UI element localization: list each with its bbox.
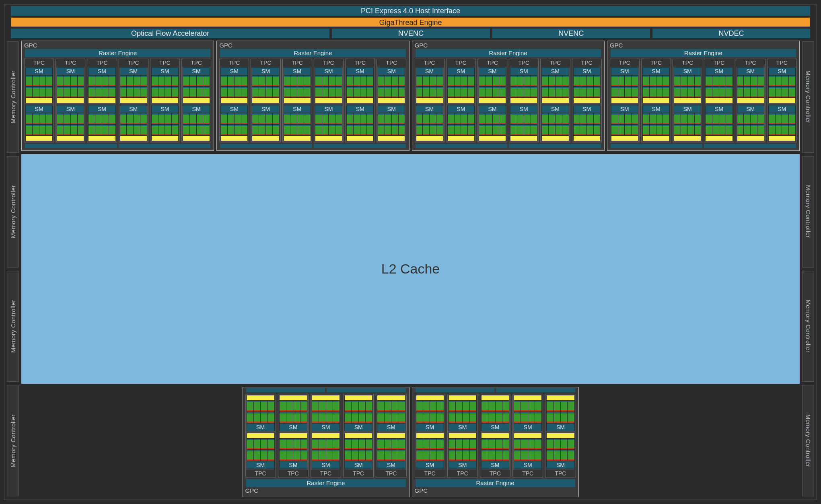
sm-block: SM xyxy=(481,395,510,432)
sm-label: SM xyxy=(611,105,638,113)
cuda-core-column xyxy=(695,87,701,97)
cuda-core-column xyxy=(510,76,517,86)
sm-core-row xyxy=(481,450,509,461)
tpc-label: TPC xyxy=(220,60,248,66)
gpc-label: GPC xyxy=(218,42,407,49)
sm-core-row xyxy=(542,76,568,86)
cuda-core-column xyxy=(284,87,290,97)
cuda-core-column xyxy=(391,450,398,461)
sm-cache-bar xyxy=(416,98,443,103)
cuda-core-column xyxy=(751,76,757,86)
cuda-core-column xyxy=(95,125,102,135)
cuda-core-column xyxy=(744,87,750,97)
cuda-core-column xyxy=(430,125,436,135)
cuda-core-column xyxy=(463,439,469,449)
cuda-core-column xyxy=(254,450,260,461)
cuda-core-column xyxy=(203,125,210,135)
cuda-core-column xyxy=(109,125,115,135)
sm-core-row xyxy=(280,439,307,449)
cuda-core-column xyxy=(71,76,77,86)
cuda-core-column xyxy=(385,439,391,449)
sm-core-row xyxy=(247,439,274,449)
cuda-core-column xyxy=(134,76,140,86)
sm-core-row xyxy=(315,87,342,97)
l2-cache: L2 Cache xyxy=(21,154,800,384)
sm-cache-bar xyxy=(674,136,701,141)
cuda-core-column xyxy=(757,125,764,135)
sm-cache-bar xyxy=(26,136,52,141)
sm-cache-bar xyxy=(252,98,279,103)
cuda-core-column xyxy=(88,87,95,97)
sm-block: SM xyxy=(315,67,343,104)
sm-label: SM xyxy=(674,105,701,113)
cuda-core-column xyxy=(247,401,253,411)
sm-core-row xyxy=(312,450,340,461)
cuda-core-column xyxy=(574,113,580,124)
cuda-core-column xyxy=(33,125,39,135)
cuda-core-column xyxy=(782,87,788,97)
sm-block: SM xyxy=(513,395,542,432)
cuda-core-column xyxy=(241,113,248,124)
sm-core-row xyxy=(737,113,764,124)
sm-block: SM xyxy=(283,67,311,104)
memory-controller-column-right: Memory ControllerMemory ControllerMemory… xyxy=(802,41,814,497)
cuda-core-column xyxy=(221,113,227,124)
cuda-core-column xyxy=(776,87,782,97)
cuda-core-column xyxy=(562,113,569,124)
cuda-core-column xyxy=(134,113,140,124)
sm-cache-bar xyxy=(221,136,247,141)
cuda-core-column xyxy=(531,87,537,97)
sm-block: SM xyxy=(311,432,340,469)
cuda-core-column xyxy=(345,439,351,449)
sm-label: SM xyxy=(347,105,373,113)
cuda-core-column xyxy=(580,125,586,135)
cuda-core-column xyxy=(347,76,353,86)
cuda-core-column xyxy=(502,401,509,411)
cuda-core-column xyxy=(479,125,486,135)
sm-core-row xyxy=(347,87,373,97)
sm-core-row xyxy=(737,76,764,86)
cuda-core-column xyxy=(611,76,618,86)
sm-core-row xyxy=(542,113,568,124)
sm-core-row xyxy=(280,450,307,461)
cuda-core-column xyxy=(542,125,548,135)
cuda-core-column xyxy=(776,76,782,86)
cuda-core-column xyxy=(688,125,694,135)
tpc-block: TPCSMSM xyxy=(282,59,312,142)
sm-cache-bar xyxy=(57,98,84,103)
sm-block: SM xyxy=(416,67,444,104)
cuda-core-column xyxy=(280,439,286,449)
cuda-core-column xyxy=(254,401,260,411)
sm-core-row xyxy=(574,87,600,97)
cuda-core-column xyxy=(392,125,398,135)
cuda-core-column xyxy=(514,439,521,449)
sm-block: SM xyxy=(88,67,116,104)
rop-unit xyxy=(220,144,312,148)
sm-core-row xyxy=(514,439,541,449)
cuda-core-column xyxy=(531,76,537,86)
sm-cache-bar xyxy=(448,136,474,141)
tpc-block: TPCSMSM xyxy=(572,59,602,142)
sm-block: SM xyxy=(151,67,179,104)
sm-core-row xyxy=(643,113,669,124)
cuda-core-column xyxy=(158,113,165,124)
sm-core-row xyxy=(510,113,537,124)
tpc-block: TPCSMSM xyxy=(736,59,765,142)
tpc-block: TPCSMSM xyxy=(673,59,702,142)
sm-cache-bar xyxy=(152,98,178,103)
cuda-core-column xyxy=(273,113,279,124)
cuda-core-column xyxy=(26,87,32,97)
sm-core-row xyxy=(284,76,311,86)
cuda-core-column xyxy=(203,113,210,124)
sm-core-row xyxy=(26,125,52,135)
sm-core-row xyxy=(183,87,210,97)
tpc-label: TPC xyxy=(246,470,275,477)
tpc-block: TPCSMSM xyxy=(251,59,280,142)
cuda-core-column xyxy=(95,113,102,124)
tpc-block: TPCSMSM xyxy=(119,59,148,142)
sm-core-row xyxy=(574,113,600,124)
cuda-core-column xyxy=(574,125,580,135)
cuda-core-column xyxy=(266,76,272,86)
sm-cache-bar xyxy=(706,136,732,141)
sm-cache-bar xyxy=(284,136,311,141)
